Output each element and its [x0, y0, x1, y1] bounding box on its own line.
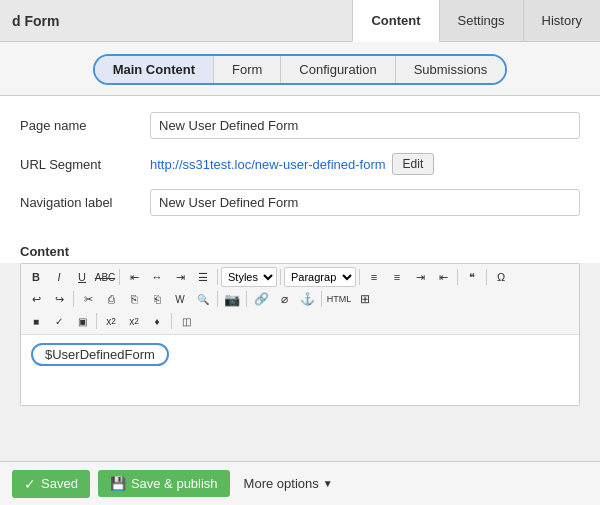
nav-label-input[interactable]	[150, 189, 580, 216]
nav-label-label: Navigation label	[20, 195, 150, 210]
sub-tab-main-content[interactable]: Main Content	[95, 56, 214, 83]
anchor-button[interactable]: ⚓	[296, 289, 318, 309]
bold-button[interactable]: B	[25, 267, 47, 287]
unlink-button[interactable]: ⌀	[273, 289, 295, 309]
separator-2	[217, 269, 218, 285]
blockquote-button[interactable]: ❝	[461, 267, 483, 287]
dropdown-arrow-icon: ▼	[323, 478, 333, 489]
separator-4	[359, 269, 360, 285]
check-icon: ✓	[24, 476, 36, 492]
sub-tab-form[interactable]: Form	[214, 56, 281, 83]
url-segment-label: URL Segment	[20, 157, 150, 172]
sub-tabs-wrapper: Main Content Form Configuration Submissi…	[0, 42, 600, 96]
copy-button[interactable]: ⎙	[100, 289, 122, 309]
separator-12	[171, 313, 172, 329]
separator-10	[321, 291, 322, 307]
separator-3	[280, 269, 281, 285]
paste-word-button[interactable]: W	[169, 289, 191, 309]
more-options-button[interactable]: More options ▼	[238, 472, 339, 495]
page-name-row: Page name	[20, 112, 580, 139]
url-row: http://ss31test.loc/new-user-defined-for…	[150, 153, 434, 175]
tab-content[interactable]: Content	[352, 0, 438, 42]
indent-button[interactable]: ⇥	[409, 267, 431, 287]
cut-button[interactable]: ✂	[77, 289, 99, 309]
special-char-button[interactable]: ♦	[146, 311, 168, 331]
page-title: d Form	[0, 0, 352, 41]
separator-5	[457, 269, 458, 285]
find-button[interactable]: 🔍	[192, 289, 214, 309]
save-icon: 💾	[110, 476, 126, 491]
toolbar-row-1: B I U ABC ⇤ ↔ ⇥ ☰ Styles Paragraph ≡	[25, 267, 575, 287]
underline-button[interactable]: U	[71, 267, 93, 287]
ol-button[interactable]: ≡	[386, 267, 408, 287]
italic-button[interactable]: I	[48, 267, 70, 287]
sub-tab-configuration[interactable]: Configuration	[281, 56, 395, 83]
content-label: Content	[0, 240, 600, 263]
image-button[interactable]: 📷	[221, 289, 243, 309]
html-button[interactable]: HTML	[325, 289, 353, 309]
sup-script-button[interactable]: x2	[123, 311, 145, 331]
format-button[interactable]: ■	[25, 311, 47, 331]
spellcheck-button[interactable]: ✓	[48, 311, 70, 331]
sub-script-button[interactable]: x2	[100, 311, 122, 331]
separator-9	[246, 291, 247, 307]
url-segment-row: URL Segment http://ss31test.loc/new-user…	[20, 153, 580, 175]
toolbar: B I U ABC ⇤ ↔ ⇥ ☰ Styles Paragraph ≡	[21, 264, 579, 335]
table-insert-button[interactable]: ▣	[71, 311, 93, 331]
sub-tab-submissions[interactable]: Submissions	[396, 56, 506, 83]
separator-11	[96, 313, 97, 329]
separator-7	[73, 291, 74, 307]
paragraph-select[interactable]: Paragraph	[284, 267, 356, 287]
url-link[interactable]: http://ss31test.loc/new-user-defined-for…	[150, 157, 386, 172]
undo-button[interactable]: ↩	[25, 289, 47, 309]
sub-tab-group: Main Content Form Configuration Submissi…	[93, 54, 508, 85]
fullscreen-button[interactable]: ⊞	[354, 289, 376, 309]
ul-button[interactable]: ≡	[363, 267, 385, 287]
outdent-button[interactable]: ⇤	[432, 267, 454, 287]
save-publish-button[interactable]: 💾 Save & publish	[98, 470, 230, 497]
fields-area: Page name URL Segment http://ss31test.lo…	[0, 96, 600, 240]
omega-button[interactable]: Ω	[490, 267, 512, 287]
toolbar-row-3: ■ ✓ ▣ x2 x2 ♦ ◫	[25, 311, 575, 331]
align-left-button[interactable]: ⇤	[123, 267, 145, 287]
tab-settings[interactable]: Settings	[439, 0, 523, 41]
editor-wrapper: B I U ABC ⇤ ↔ ⇥ ☰ Styles Paragraph ≡	[20, 263, 580, 406]
redo-button[interactable]: ↪	[48, 289, 70, 309]
bottom-bar: ✓ Saved 💾 Save & publish More options ▼	[0, 461, 600, 505]
separator-8	[217, 291, 218, 307]
edit-url-button[interactable]: Edit	[392, 153, 435, 175]
editor-variable: $UserDefinedForm	[31, 343, 169, 366]
align-right-button[interactable]: ⇥	[169, 267, 191, 287]
tab-history[interactable]: History	[523, 0, 600, 41]
editor-body[interactable]: $UserDefinedForm	[21, 335, 579, 405]
page-name-label: Page name	[20, 118, 150, 133]
align-justify-button[interactable]: ☰	[192, 267, 214, 287]
separator-1	[119, 269, 120, 285]
table-button[interactable]: ◫	[175, 311, 197, 331]
top-tab-bar: d Form Content Settings History	[0, 0, 600, 42]
saved-button[interactable]: ✓ Saved	[12, 470, 90, 498]
align-center-button[interactable]: ↔	[146, 267, 168, 287]
separator-6	[486, 269, 487, 285]
link-button[interactable]: 🔗	[250, 289, 272, 309]
paste-button[interactable]: ⎘	[123, 289, 145, 309]
page-wrapper: d Form Content Settings History Main Con…	[0, 0, 600, 505]
paste-text-button[interactable]: ⎗	[146, 289, 168, 309]
page-name-input[interactable]	[150, 112, 580, 139]
toolbar-row-2: ↩ ↪ ✂ ⎙ ⎘ ⎗ W 🔍 📷 🔗 ⌀ ⚓ HTML ⊞	[25, 289, 575, 309]
nav-label-row: Navigation label	[20, 189, 580, 216]
strikethrough-button[interactable]: ABC	[94, 267, 116, 287]
styles-select[interactable]: Styles	[221, 267, 277, 287]
